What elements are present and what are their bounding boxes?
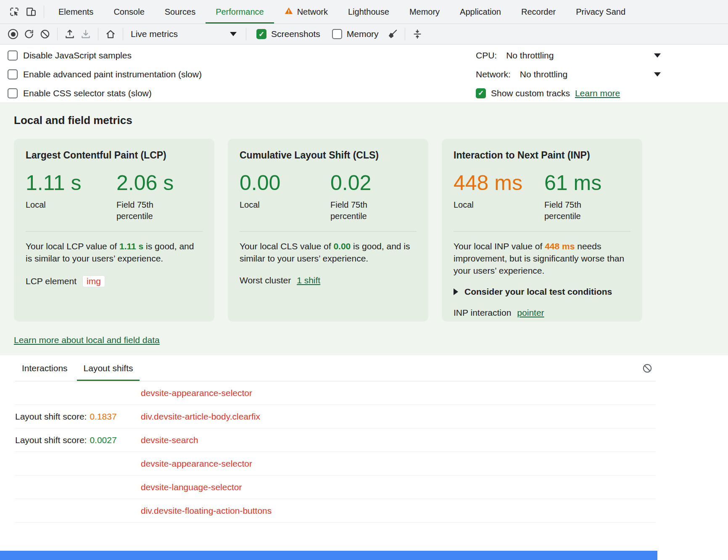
local-test-conditions-expander[interactable]: Consider your local test conditions bbox=[454, 287, 630, 297]
tab-interactions[interactable]: Interactions bbox=[15, 355, 74, 381]
inp-interaction-link[interactable]: pointer bbox=[517, 308, 544, 318]
live-metrics-label: Live metrics bbox=[131, 29, 178, 39]
tab-privacy-sandbox[interactable]: Privacy Sand bbox=[566, 0, 636, 24]
custom-tracks-label: Show custom tracks bbox=[491, 88, 570, 98]
layout-shift-row[interactable]: devsite-language-selector bbox=[15, 475, 656, 499]
inp-field-label: Field 75th percentile bbox=[544, 199, 601, 222]
score-label: Layout shift score: bbox=[15, 435, 87, 445]
home-button[interactable] bbox=[103, 26, 119, 42]
tab-network-label: Network bbox=[297, 7, 328, 17]
lcp-element-chip[interactable]: img bbox=[82, 275, 105, 287]
shifted-element-link[interactable]: devsite-language-selector bbox=[141, 482, 242, 492]
capture-settings-panel: Disable JavaScript samples Enable advanc… bbox=[0, 45, 728, 103]
tab-performance[interactable]: Performance bbox=[206, 0, 274, 24]
shifted-element-link[interactable]: devsite-appearance-selector bbox=[141, 459, 252, 468]
network-label: Network: bbox=[476, 69, 511, 79]
lcp-element-label: LCP element bbox=[26, 276, 76, 286]
layout-shift-row[interactable]: devsite-appearance-selector bbox=[15, 452, 656, 475]
log-tabbar: Interactions Layout shifts bbox=[15, 355, 656, 381]
memory-checkbox[interactable]: Memory bbox=[332, 29, 379, 39]
tab-application[interactable]: Application bbox=[450, 0, 511, 24]
layout-shift-row[interactable]: div.devsite-floating-action-buttons bbox=[15, 499, 656, 523]
dropdown-caret-icon bbox=[230, 32, 237, 36]
show-custom-tracks-checkbox[interactable]: Show custom tracks bbox=[476, 88, 570, 98]
inp-local-value: 448 ms bbox=[454, 172, 544, 194]
divider bbox=[44, 5, 44, 18]
shifted-element-link[interactable]: div.devsite-article-body.clearfix bbox=[141, 412, 260, 421]
tab-network[interactable]: Network bbox=[274, 0, 338, 24]
cls-description: Your local CLS value of 0.00 is good, an… bbox=[240, 240, 417, 264]
tab-lighthouse[interactable]: Lighthouse bbox=[338, 0, 399, 24]
option-label: Disable JavaScript samples bbox=[23, 50, 132, 61]
screenshots-label: Screenshots bbox=[271, 29, 320, 39]
divider bbox=[240, 231, 417, 232]
shifted-element-link[interactable]: div.devsite-floating-action-buttons bbox=[141, 506, 272, 515]
layout-shift-row[interactable]: devsite-appearance-selector bbox=[15, 381, 656, 405]
record-icon bbox=[8, 29, 18, 39]
cpu-label: CPU: bbox=[476, 50, 497, 61]
broom-icon bbox=[387, 29, 398, 40]
expander-label: Consider your local test conditions bbox=[464, 287, 612, 297]
network-throttling-select[interactable]: Network: No throttling bbox=[476, 65, 661, 84]
shifted-element-link[interactable]: devsite-appearance-selector bbox=[141, 388, 252, 398]
clear-button[interactable] bbox=[37, 26, 53, 42]
cls-local-value: 0.00 bbox=[240, 172, 330, 194]
cpu-throttling-select[interactable]: CPU: No throttling bbox=[476, 46, 661, 65]
dropdown-caret-icon bbox=[654, 72, 661, 77]
network-value: No throttling bbox=[520, 69, 567, 79]
advanced-paint-instrumentation-checkbox[interactable]: Enable advanced paint instrumentation (s… bbox=[8, 65, 476, 84]
disable-js-samples-checkbox[interactable]: Disable JavaScript samples bbox=[8, 46, 476, 65]
shifted-element-link[interactable]: devsite-search bbox=[141, 435, 198, 445]
reload-and-record-button[interactable] bbox=[21, 26, 37, 42]
checkbox-checked-icon bbox=[476, 88, 486, 98]
score-label: Layout shift score: bbox=[15, 412, 87, 421]
garbage-collect-button[interactable] bbox=[385, 26, 401, 42]
checkbox-unchecked-icon bbox=[8, 50, 18, 61]
tab-recorder[interactable]: Recorder bbox=[511, 0, 566, 24]
inp-local-label: Local bbox=[454, 199, 544, 211]
tab-console[interactable]: Console bbox=[103, 0, 154, 24]
tab-memory[interactable]: Memory bbox=[399, 0, 450, 24]
css-selector-stats-checkbox[interactable]: Enable CSS selector stats (slow) bbox=[8, 84, 476, 103]
load-profile-button[interactable] bbox=[62, 26, 78, 42]
tab-sources[interactable]: Sources bbox=[155, 0, 206, 24]
local-field-data-learn-more-link[interactable]: Learn more about local and field data bbox=[14, 335, 160, 345]
devtools-window: Elements Console Sources Performance Net… bbox=[0, 0, 728, 523]
divider bbox=[26, 231, 203, 232]
worst-cluster-link[interactable]: 1 shift bbox=[297, 275, 320, 285]
screenshots-checkbox[interactable]: Screenshots bbox=[256, 29, 320, 39]
clear-log-button[interactable] bbox=[639, 360, 656, 377]
cls-card: Cumulative Layout Shift (CLS) 0.00 Local… bbox=[228, 139, 428, 322]
clear-log-icon bbox=[642, 363, 653, 374]
custom-tracks-learn-more-link[interactable]: Learn more bbox=[575, 88, 620, 98]
home-icon bbox=[105, 29, 116, 40]
bottom-selection-bar bbox=[0, 551, 657, 560]
local-field-metrics-section: Local and field metrics Largest Contentf… bbox=[0, 103, 728, 355]
checkbox-unchecked-icon bbox=[8, 88, 18, 98]
checkbox-checked-icon bbox=[256, 29, 266, 39]
tab-elements[interactable]: Elements bbox=[48, 0, 103, 24]
divider bbox=[98, 28, 98, 40]
cls-card-title: Cumulative Layout Shift (CLS) bbox=[240, 150, 417, 161]
save-profile-button[interactable] bbox=[78, 26, 94, 42]
inp-card-title: Interaction to Next Paint (INP) bbox=[454, 150, 630, 161]
record-button[interactable] bbox=[5, 26, 21, 42]
inp-description: Your local INP value of 448 ms needs imp… bbox=[454, 240, 630, 277]
inp-interaction-label: INP interaction bbox=[454, 308, 511, 318]
divider bbox=[123, 28, 123, 40]
device-toolbar-icon[interactable] bbox=[23, 3, 40, 20]
dropdown-caret-icon bbox=[654, 53, 661, 58]
live-metrics-dropdown[interactable]: Live metrics bbox=[127, 26, 242, 42]
lcp-field-label: Field 75th percentile bbox=[116, 199, 173, 222]
divider bbox=[405, 28, 405, 40]
cls-field-value: 0.02 bbox=[330, 172, 387, 194]
lcp-card: Largest Contentful Paint (LCP) 1.11 s Lo… bbox=[14, 139, 214, 322]
layout-shift-row[interactable]: Layout shift score:0.1837 div.devsite-ar… bbox=[15, 405, 656, 428]
option-label: Enable CSS selector stats (slow) bbox=[23, 88, 152, 98]
expand-triangle-icon bbox=[454, 288, 458, 295]
layout-shift-row[interactable]: Layout shift score:0.0027 devsite-search bbox=[15, 428, 656, 452]
collapse-panel-button[interactable] bbox=[409, 26, 425, 42]
inspect-element-icon[interactable] bbox=[6, 3, 23, 20]
checkbox-unchecked-icon bbox=[332, 29, 342, 39]
tab-layout-shifts[interactable]: Layout shifts bbox=[77, 355, 140, 381]
